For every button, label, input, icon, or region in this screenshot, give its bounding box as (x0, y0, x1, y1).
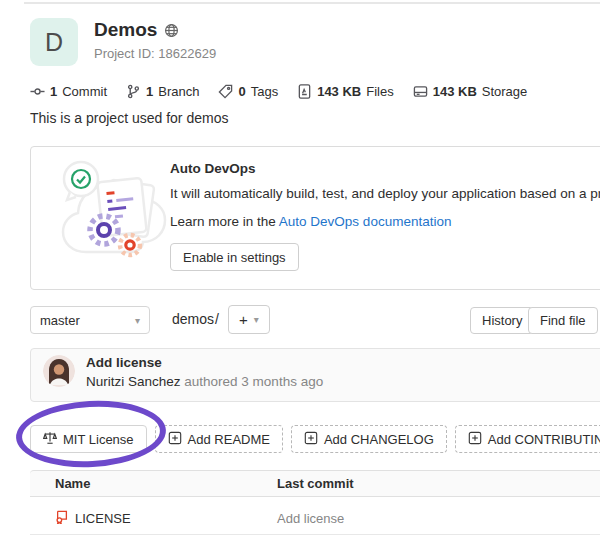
column-header-name: Name (55, 476, 90, 491)
project-avatar: D (30, 18, 78, 66)
add-contributing-button[interactable]: Add CONTRIBUTING (455, 425, 600, 453)
stat-commits[interactable]: 1Commit (30, 84, 107, 99)
file-name-cell: LICENSE (55, 510, 131, 527)
add-file-dropdown-button[interactable]: + ▾ (228, 305, 270, 334)
scale-icon (43, 431, 57, 448)
plus-square-icon (168, 431, 182, 448)
project-id: Project ID: 18622629 (94, 46, 216, 61)
navbar-bottom-border (24, 2, 600, 4)
branch-selector-value: master (40, 313, 80, 328)
breadcrumb-separator: / (215, 311, 219, 327)
stat-files[interactable]: 143 KBFiles (297, 84, 394, 99)
devops-body-text: It will automatically build, test, and d… (170, 186, 600, 201)
commit-author-avatar[interactable] (43, 355, 75, 387)
file-suggestion-buttons: MIT License Add README Add CHANGELOG Add… (30, 425, 600, 453)
license-file-icon (55, 510, 69, 527)
stat-branches[interactable]: 1Branch (126, 84, 199, 99)
branch-selector[interactable]: master ▾ (30, 306, 150, 334)
project-avatar-letter: D (45, 28, 63, 57)
stat-tags[interactable]: 0Tags (218, 84, 278, 99)
devops-learn-more: Learn more in the Auto DevOps documentat… (170, 214, 451, 229)
devops-title: Auto DevOps (170, 161, 256, 176)
branch-icon (126, 84, 141, 99)
storage-icon (413, 84, 428, 99)
devops-illustration-icon (56, 152, 174, 276)
commit-title[interactable]: Add license (86, 355, 162, 370)
commit-icon (30, 84, 45, 99)
plus-icon: + (239, 311, 248, 328)
plus-square-icon (468, 431, 482, 448)
stat-storage[interactable]: 143 KBStorage (413, 84, 528, 99)
commit-meta-text: authored 3 months ago (184, 374, 323, 389)
column-header-last-commit: Last commit (277, 476, 354, 491)
find-file-button[interactable]: Find file (528, 307, 598, 334)
page-title: Demos (94, 19, 157, 41)
add-changelog-button[interactable]: Add CHANGELOG (291, 425, 447, 453)
commit-author-link[interactable]: Nuritzi Sanchez (86, 374, 181, 389)
file-icon (297, 84, 312, 99)
add-readme-button[interactable]: Add README (155, 425, 283, 453)
commit-meta: Nuritzi Sanchez authored 3 months ago (86, 374, 323, 389)
history-button[interactable]: History (470, 307, 534, 334)
project-description: This is a project used for demos (30, 110, 228, 126)
visibility-globe-icon (164, 23, 179, 38)
chevron-down-icon: ▾ (135, 315, 140, 326)
mit-license-button[interactable]: MIT License (30, 425, 147, 453)
enable-in-settings-button[interactable]: Enable in settings (170, 243, 299, 271)
file-name-link[interactable]: LICENSE (75, 511, 131, 526)
plus-square-icon (304, 431, 318, 448)
chevron-down-icon: ▾ (254, 314, 259, 325)
devops-doc-link[interactable]: Auto DevOps documentation (279, 214, 452, 229)
breadcrumb-project[interactable]: demos (172, 311, 214, 327)
project-stats: 1Commit 1Branch 0Tags 143 KBFiles 143 KB… (30, 84, 527, 99)
file-last-commit-link[interactable]: Add license (277, 511, 344, 526)
tag-icon (218, 84, 233, 99)
